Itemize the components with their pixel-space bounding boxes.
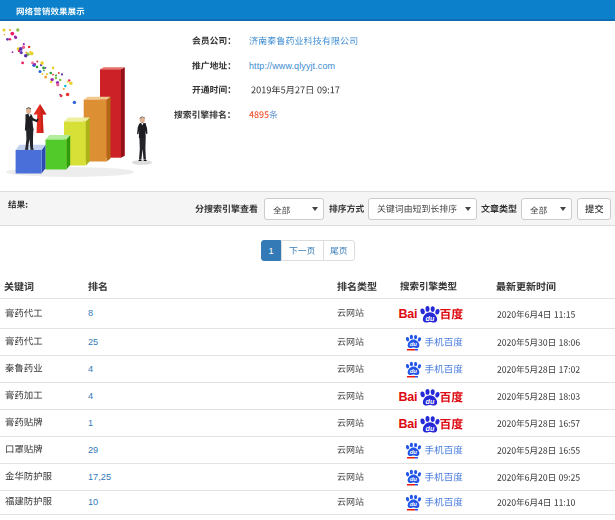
svg-text:Bai: Bai [399, 417, 418, 431]
svg-text:du: du [426, 423, 435, 432]
svg-text:du: du [426, 314, 435, 323]
svg-text:du: du [410, 368, 418, 374]
svg-text:du: du [410, 476, 418, 482]
svg-text:Bai: Bai [399, 390, 418, 404]
svg-text:du: du [410, 341, 418, 347]
svg-text:du: du [410, 449, 418, 455]
svg-text:du: du [426, 396, 435, 405]
svg-text:Bai: Bai [399, 307, 418, 321]
svg-text:du: du [410, 501, 418, 507]
